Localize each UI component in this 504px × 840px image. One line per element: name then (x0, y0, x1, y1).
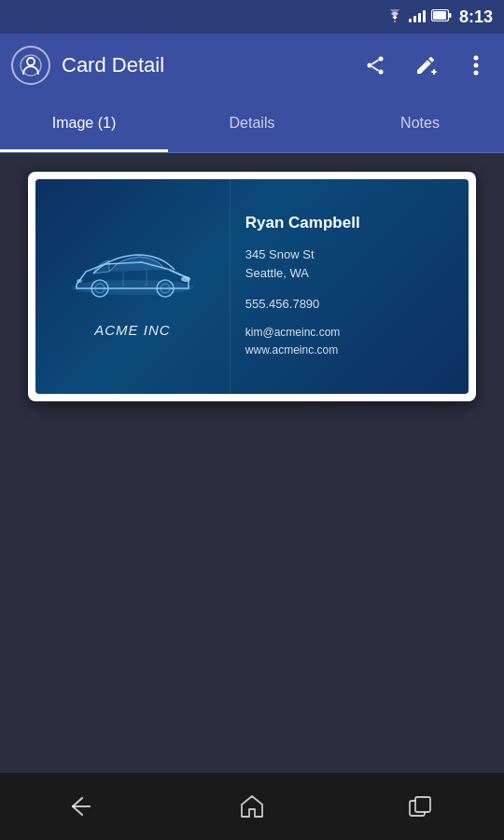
home-button[interactable] (224, 788, 280, 825)
contact-email: kim@acmeinc.com www.acmeinc.com (245, 324, 454, 359)
card-right-section: Ryan Campbell 345 Snow St Seattle, WA 55… (231, 179, 469, 394)
svg-rect-2 (449, 13, 452, 18)
tab-bar: Image (1) Details Notes (0, 97, 504, 153)
svg-point-12 (474, 56, 479, 61)
svg-point-20 (181, 276, 190, 282)
contact-phone: 555.456.7890 (245, 297, 454, 311)
home-icon (240, 794, 264, 819)
business-card: Acme Inc Ryan Campbell 345 Snow St Seatt… (35, 179, 469, 394)
app-bar: Card Detail (0, 34, 504, 97)
battery-icon (431, 8, 452, 25)
tab-image[interactable]: Image (1) (0, 97, 168, 152)
business-card-wrapper: Acme Inc Ryan Campbell 345 Snow St Seatt… (28, 172, 476, 401)
svg-point-6 (368, 63, 372, 68)
recent-apps-icon (409, 796, 431, 817)
recent-apps-button[interactable] (392, 788, 448, 825)
status-time: 8:13 (459, 7, 493, 27)
more-options-button[interactable] (459, 49, 493, 82)
back-button[interactable] (56, 788, 112, 825)
app-logo (11, 46, 50, 85)
app-bar-actions (358, 49, 493, 82)
svg-point-21 (77, 279, 82, 283)
back-icon (71, 796, 97, 817)
svg-line-9 (372, 66, 379, 71)
svg-line-8 (372, 60, 379, 64)
contact-name: Ryan Campbell (245, 214, 454, 232)
svg-rect-24 (415, 797, 430, 812)
wifi-icon (386, 9, 403, 25)
edit-button[interactable] (409, 49, 442, 82)
svg-point-13 (474, 63, 479, 68)
car-logo-icon (58, 236, 207, 311)
company-name: Acme Inc (94, 322, 170, 338)
svg-point-5 (379, 57, 384, 62)
svg-point-15 (72, 280, 193, 295)
svg-point-14 (474, 71, 479, 76)
tab-details[interactable]: Details (168, 97, 336, 152)
svg-point-3 (27, 58, 35, 65)
status-icons (386, 7, 452, 26)
contact-address: 345 Snow St Seattle, WA (245, 245, 454, 285)
signal-icon (409, 7, 426, 26)
card-left-section: Acme Inc (35, 179, 231, 394)
status-bar: 8:13 (0, 0, 504, 34)
bottom-nav (0, 773, 504, 840)
svg-point-7 (379, 70, 384, 75)
app-bar-title: Card Detail (62, 53, 358, 77)
main-content: Acme Inc Ryan Campbell 345 Snow St Seatt… (0, 153, 504, 773)
tab-notes[interactable]: Notes (336, 97, 504, 152)
svg-rect-1 (433, 11, 446, 20)
share-button[interactable] (358, 49, 392, 82)
